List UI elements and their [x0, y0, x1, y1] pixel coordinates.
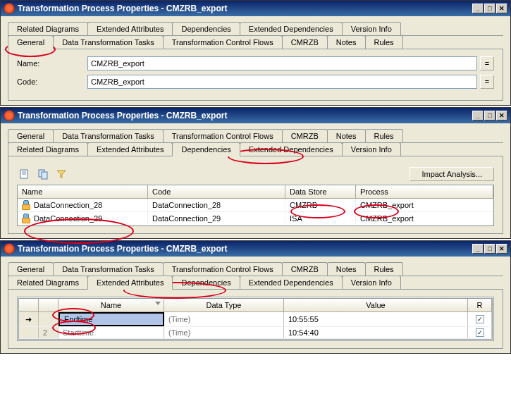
titlebar[interactable]: Transformation Process Properties - CMZR… — [1, 1, 510, 16]
current-row-indicator-icon — [25, 315, 32, 324]
tab-extended-dependencies[interactable]: Extended Dependencies — [240, 22, 343, 35]
col-data-type[interactable]: Data Type — [164, 299, 284, 311]
tabs-row-1: General Data Transformation Tasks Transf… — [8, 262, 503, 276]
tab-extended-attributes[interactable]: Extended Attributes — [87, 142, 173, 156]
titlebar[interactable]: Transformation Process Properties - CMZR… — [1, 241, 510, 257]
minimize-button[interactable]: _ — [472, 244, 484, 254]
window-extended-attributes: Transformation Process Properties - CMZR… — [0, 240, 511, 354]
name-label: Name: — [17, 59, 87, 68]
connection-icon — [22, 200, 32, 210]
minimize-button[interactable]: _ — [472, 4, 484, 13]
col-selector — [19, 299, 39, 311]
tab-extended-attributes[interactable]: Extended Attributes — [87, 22, 173, 35]
tab-data-transformation-tasks[interactable]: Data Transformation Tasks — [53, 262, 164, 276]
checkbox-r[interactable]: ✓ — [476, 328, 484, 337]
window-title: Transformation Process Properties - CMZR… — [18, 244, 472, 254]
tab-cmrzb[interactable]: CMRZB — [282, 129, 328, 142]
tabs-row-1: General Data Transformation Tasks Transf… — [8, 129, 503, 143]
tab-cmrzb[interactable]: CMRZB — [282, 35, 328, 49]
tab-notes[interactable]: Notes — [327, 262, 366, 276]
tabs-row-2: General Data Transformation Tasks Transf… — [8, 35, 503, 49]
tab-cmrzb[interactable]: CMRZB — [282, 262, 328, 276]
tabs-row-2: Related Diagrams Extended Attributes Dep… — [8, 142, 503, 156]
close-button[interactable]: ✕ — [496, 111, 507, 121]
col-value[interactable]: Value — [284, 299, 468, 311]
toolbar: Impact Analysis... — [17, 163, 494, 185]
tab-related-diagrams[interactable]: Related Diagrams — [8, 276, 88, 289]
properties-icon[interactable] — [17, 166, 32, 182]
dependencies-grid: Name Code Data Store Process DataConnect… — [17, 185, 494, 226]
tab-content-general: Name: = Code: = — [8, 49, 503, 101]
checkbox-r[interactable]: ✓ — [476, 315, 484, 323]
col-name[interactable]: Name — [18, 185, 148, 198]
code-eq-button[interactable]: = — [480, 75, 494, 89]
tab-content-extended-attributes: Name Data Type Value R Endtime (Time) 10… — [8, 290, 503, 349]
copy-icon[interactable] — [35, 166, 51, 182]
app-icon — [4, 3, 15, 14]
extended-attributes-grid: Name Data Type Value R Endtime (Time) 10… — [18, 298, 493, 340]
tab-extended-attributes[interactable]: Extended Attributes — [87, 276, 173, 290]
close-button[interactable]: ✕ — [496, 244, 507, 254]
maximize-button[interactable]: □ — [484, 4, 495, 13]
tab-transformation-control-flows[interactable]: Transformation Control Flows — [163, 262, 283, 276]
tab-rules[interactable]: Rules — [365, 129, 403, 142]
col-data-store[interactable]: Data Store — [285, 185, 356, 198]
tab-notes[interactable]: Notes — [327, 129, 366, 142]
connection-icon — [22, 214, 32, 223]
tab-general[interactable]: General — [8, 129, 54, 142]
tab-dependencies[interactable]: Dependencies — [172, 22, 240, 35]
tab-rules[interactable]: Rules — [365, 35, 403, 49]
tab-general[interactable]: General — [8, 35, 54, 49]
tab-version-info[interactable]: Version Info — [342, 142, 401, 156]
filter-icon[interactable] — [54, 166, 69, 182]
col-r[interactable]: R — [468, 299, 492, 311]
tab-version-info[interactable]: Version Info — [342, 22, 401, 35]
tab-data-transformation-tasks[interactable]: Data Transformation Tasks — [53, 35, 164, 49]
tab-extended-dependencies[interactable]: Extended Dependencies — [240, 276, 343, 289]
tab-rules[interactable]: Rules — [365, 262, 403, 276]
tab-related-diagrams[interactable]: Related Diagrams — [8, 142, 88, 156]
col-name[interactable]: Name — [59, 299, 164, 311]
maximize-button[interactable]: □ — [484, 244, 495, 254]
window-general: Transformation Process Properties - CMZR… — [0, 0, 511, 106]
tab-related-diagrams[interactable]: Related Diagrams — [8, 22, 88, 35]
code-label: Code: — [17, 78, 87, 86]
col-process[interactable]: Process — [356, 185, 493, 198]
name-input[interactable] — [87, 56, 477, 70]
app-icon — [4, 110, 15, 121]
impact-analysis-button[interactable]: Impact Analysis... — [410, 167, 494, 181]
tab-transformation-control-flows[interactable]: Transformation Control Flows — [163, 35, 283, 49]
code-input[interactable] — [87, 75, 477, 89]
maximize-button[interactable]: □ — [484, 111, 495, 121]
col-code[interactable]: Code — [148, 185, 285, 198]
svg-rect-4 — [42, 172, 47, 179]
tab-general[interactable]: General — [8, 262, 54, 276]
tabs-row-2: Related Diagrams Extended Attributes Dep… — [8, 276, 503, 290]
name-eq-button[interactable]: = — [480, 56, 494, 70]
tab-extended-dependencies[interactable]: Extended Dependencies — [240, 142, 343, 156]
sort-arrow-icon — [155, 302, 161, 305]
grid-row[interactable]: Endtime (Time) 10:55:55 ✓ — [19, 312, 492, 327]
window-title: Transformation Process Properties - CMZR… — [18, 4, 472, 13]
tab-version-info[interactable]: Version Info — [342, 276, 401, 289]
tab-dependencies[interactable]: Dependencies — [172, 142, 240, 156]
grid-row[interactable]: DataConnection_29 DataConnection_29 ISA … — [18, 212, 493, 226]
cell-name-selected: Endtime — [59, 312, 164, 326]
window-dependencies: Transformation Process Properties - CMZR… — [0, 107, 511, 239]
app-icon — [4, 243, 15, 254]
tabs-row-1: Related Diagrams Extended Attributes Dep… — [8, 22, 503, 36]
col-number — [39, 299, 59, 311]
tab-content-dependencies: Impact Analysis... Name Code Data Store … — [8, 156, 503, 234]
minimize-button[interactable]: _ — [472, 111, 484, 121]
tab-data-transformation-tasks[interactable]: Data Transformation Tasks — [53, 129, 164, 142]
close-button[interactable]: ✕ — [496, 4, 507, 13]
titlebar[interactable]: Transformation Process Properties - CMZR… — [1, 108, 510, 123]
grid-row[interactable]: DataConnection_28 DataConnection_28 CMZR… — [18, 199, 493, 212]
window-title: Transformation Process Properties - CMZR… — [18, 111, 472, 121]
tab-dependencies[interactable]: Dependencies — [172, 276, 240, 289]
tab-transformation-control-flows[interactable]: Transformation Control Flows — [163, 129, 283, 142]
tab-notes[interactable]: Notes — [327, 35, 366, 49]
grid-row[interactable]: 2 Starttime (Time) 10:54:40 ✓ — [19, 327, 492, 339]
